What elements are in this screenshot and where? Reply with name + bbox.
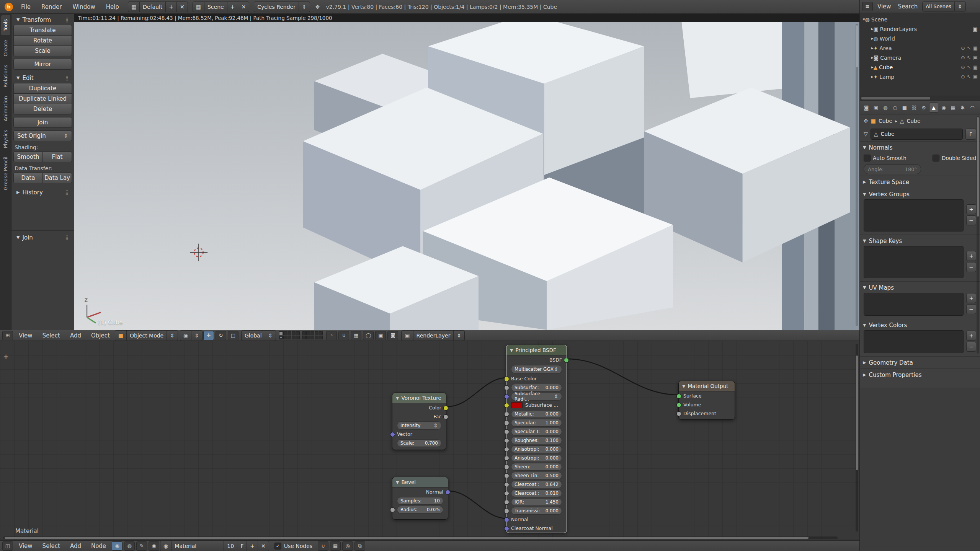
outliner-row-camera[interactable]: ▸ ◙ Camera ⊙ ↖ ▣: [860, 53, 980, 62]
socket-clearcoat-roughness-input[interactable]: [504, 491, 509, 496]
auto-smooth-angle-slider[interactable]: Angle: 180°: [864, 164, 921, 174]
outliner-row-cube[interactable]: ▸ ▲ Cube ⊙ ↖ ▣: [860, 62, 980, 72]
socket-clearcoat-normal-input[interactable]: [504, 526, 509, 531]
socket-metallic-input[interactable]: [504, 412, 509, 417]
viewport-menu-view[interactable]: View: [14, 330, 38, 341]
tab-object-icon[interactable]: ■: [900, 103, 909, 112]
metallic-slider[interactable]: Metallic:0.000: [511, 410, 562, 418]
material-name[interactable]: Material: [172, 541, 224, 551]
browse-material-icon[interactable]: ◉: [149, 541, 159, 551]
node-header[interactable]: ▼ Principled BSDF: [506, 345, 567, 355]
renderlayer-label[interactable]: RenderLayer: [413, 331, 454, 341]
socket-clearcoat-input[interactable]: [504, 482, 509, 487]
node-principled-bsdf[interactable]: ▼ Principled BSDF BSDF Multiscatter GGX⇕…: [506, 345, 567, 533]
remove-uv-map-button[interactable]: −: [966, 304, 976, 314]
socket-vector-input[interactable]: [390, 432, 395, 437]
breadcrumb-object[interactable]: Cube: [879, 118, 892, 124]
tab-material-icon[interactable]: ◉: [939, 103, 948, 112]
set-origin-dropdown[interactable]: Set Origin ⇕: [13, 130, 72, 141]
shape-keys-list[interactable]: [864, 246, 964, 278]
scale-button[interactable]: Scale: [13, 46, 72, 56]
node-header[interactable]: ▼ Voronoi Texture: [392, 393, 446, 403]
socket-ior-input[interactable]: [504, 500, 509, 505]
specular-slider[interactable]: Specular:1.000: [511, 419, 562, 427]
socket-sheen-input[interactable]: [504, 465, 509, 469]
blender-logo-icon[interactable]: b: [5, 3, 13, 11]
transmission-slider[interactable]: Transmissi:0.000: [511, 507, 562, 515]
scene-selector[interactable]: ▦ Scene + ✕: [193, 2, 249, 12]
socket-transmission-input[interactable]: [504, 509, 509, 514]
node-editor[interactable]: + ▼ Voronoi Texture Color Fac Intensity⇕…: [0, 341, 859, 541]
selectability-arrow-icon[interactable]: ↖: [967, 55, 971, 60]
roughness-slider[interactable]: Roughnes:0.100: [511, 437, 562, 444]
panel-normals-header[interactable]: ▼ Normals: [860, 142, 980, 153]
transform-orientation-selector[interactable]: Global ⇕: [241, 330, 276, 341]
tab-physics-icon[interactable]: ◠: [968, 103, 977, 112]
visibility-eye-icon[interactable]: ⊙: [961, 45, 965, 51]
socket-specular-tint-input[interactable]: [504, 429, 509, 434]
opengl-render-anim-icon[interactable]: ◙: [387, 331, 398, 340]
toolshelf-tab-physics[interactable]: Physics: [1, 126, 10, 152]
add-uv-map-button[interactable]: +: [966, 293, 976, 303]
toolshelf-tab-relations[interactable]: Relations: [1, 61, 10, 91]
rotate-button[interactable]: Rotate: [13, 35, 72, 46]
browse-scene-icon[interactable]: ▦: [193, 2, 204, 12]
opengl-render-still-icon[interactable]: ▣: [375, 331, 386, 340]
pin-icon[interactable]: ✥: [864, 118, 868, 124]
panel-drag-grip[interactable]: ⣿: [65, 17, 69, 23]
tab-particles-icon[interactable]: ✱: [959, 103, 967, 112]
socket-specular-input[interactable]: [504, 421, 509, 425]
copy-node-group-icon[interactable]: ⧉: [354, 541, 365, 551]
double-sided-checkbox[interactable]: [933, 155, 939, 161]
region-expand-plus-icon[interactable]: +: [3, 353, 9, 360]
subsurface-color-swatch[interactable]: [511, 402, 523, 408]
render-visibility-camera-icon[interactable]: ▣: [973, 74, 978, 80]
menu-file[interactable]: File: [16, 0, 36, 13]
node-menu-view[interactable]: View: [14, 541, 38, 551]
socket-normal-output[interactable]: [445, 490, 450, 495]
sheen-slider[interactable]: Sheen:0.000: [511, 463, 562, 471]
panel-custom-properties-header[interactable]: ▶ Custom Properties: [860, 370, 980, 380]
viewport-menu-select[interactable]: Select: [38, 330, 65, 341]
socket-radius-input[interactable]: [390, 507, 395, 512]
socket-subsurface-color-input[interactable]: [504, 403, 509, 408]
outliner-row-area[interactable]: ▸ ✦ Area ⊙ ↖ ▣: [860, 43, 980, 53]
join-button[interactable]: Join: [13, 117, 72, 128]
delete-button[interactable]: Delete: [13, 104, 72, 114]
outliner-row-scene[interactable]: ▾ ◍ Scene: [860, 15, 980, 24]
node-menu-add[interactable]: Add: [65, 541, 86, 551]
data-transfer-data-button[interactable]: Data: [13, 173, 43, 183]
delete-layout-button[interactable]: ✕: [177, 2, 188, 12]
outliner-menu-view[interactable]: View: [874, 0, 894, 13]
selectability-arrow-icon[interactable]: ↖: [967, 45, 971, 51]
add-layout-button[interactable]: +: [166, 2, 177, 12]
remove-vertex-group-button[interactable]: −: [966, 215, 976, 225]
node-menu-node[interactable]: Node: [86, 541, 111, 551]
socket-anisotropic-rotation-input[interactable]: [504, 456, 509, 461]
viewport-shading-selector[interactable]: ◉ ⇕: [180, 330, 203, 341]
add-scene-button[interactable]: +: [227, 2, 238, 12]
translate-button[interactable]: Translate: [13, 25, 72, 36]
add-shape-key-button[interactable]: +: [966, 251, 976, 261]
ior-slider[interactable]: IOR:1.450: [511, 498, 562, 506]
tab-modifiers-icon[interactable]: ⚙: [920, 103, 928, 112]
scene-name[interactable]: Scene: [204, 2, 227, 12]
bevel-samples-slider[interactable]: Samples:10: [397, 497, 443, 505]
outliner-scrollbar[interactable]: [860, 96, 980, 101]
outliner-display-filter[interactable]: All Scenes ⇕: [922, 2, 965, 11]
outliner-row-lamp[interactable]: ▸ ✦ Lamp ⊙ ↖ ▣: [860, 72, 980, 82]
orientation-label[interactable]: Global: [242, 331, 265, 341]
outliner-row-renderlayers[interactable]: ▸ ▣ RenderLayers ▣: [860, 24, 980, 34]
panel-uv-maps-header[interactable]: ▼ UV Maps: [860, 282, 980, 293]
toolshelf-tab-tools[interactable]: Tools: [1, 15, 10, 35]
mirror-button[interactable]: Mirror: [13, 59, 72, 70]
subsurface-radius-dropdown[interactable]: Subsurface Radi...⇕: [511, 392, 562, 401]
add-vertex-color-button[interactable]: +: [966, 331, 976, 341]
selectability-arrow-icon[interactable]: ↖: [967, 74, 971, 80]
tab-texture-icon[interactable]: ▦: [949, 103, 957, 112]
tab-constraints-icon[interactable]: ⛓: [910, 103, 918, 112]
toolshelf-tab-grease-pencil[interactable]: Grease Pencil: [1, 153, 10, 194]
use-nodes-toggle[interactable]: Use Nodes: [274, 543, 312, 549]
panel-edit-header[interactable]: ▼ Edit ⣿: [13, 73, 72, 83]
manipulator-translate-icon[interactable]: ✚: [203, 331, 214, 340]
